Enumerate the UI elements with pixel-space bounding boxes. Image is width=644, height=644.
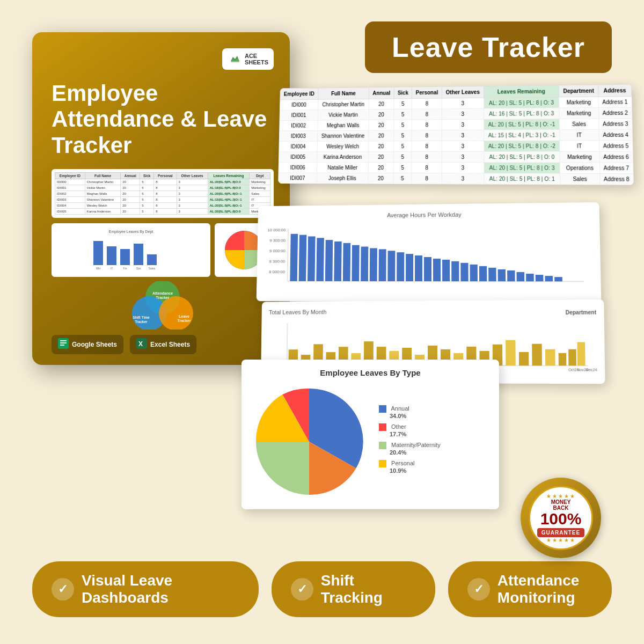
- svg-rect-88: [559, 353, 567, 365]
- svg-rect-2: [93, 241, 103, 265]
- svg-rect-39: [325, 240, 333, 281]
- mini-charts: Employee Leaves By Dept Mkt IT Fin Ops S…: [52, 223, 274, 277]
- svg-rect-25: [60, 345, 64, 346]
- leave-tracker-title: Leave Tracker: [392, 32, 585, 63]
- svg-text:Dec24: Dec24: [586, 368, 597, 371]
- check-icon-attendance: ✓: [467, 578, 490, 601]
- excel-sheets-badge: X Excel Sheets: [130, 335, 196, 354]
- product-title: Employee Attendance & Leave Tracker: [52, 80, 274, 158]
- google-icon: [58, 338, 69, 351]
- guarantee-label: GUARANTEE: [537, 528, 584, 537]
- svg-rect-85: [519, 352, 529, 365]
- pie-label-other: Other 17.7%: [379, 423, 441, 437]
- svg-rect-45: [379, 249, 386, 281]
- bar-chart-svg: 10 000:00 9 300:00 9 000:00 8 300:00 8 0…: [264, 221, 593, 293]
- svg-rect-38: [316, 238, 324, 281]
- svg-rect-35: [290, 234, 298, 281]
- svg-rect-63: [545, 276, 553, 281]
- svg-rect-37: [308, 236, 316, 281]
- google-sheets-badge: Google Sheets: [52, 335, 123, 354]
- svg-rect-54: [460, 263, 468, 281]
- feature-pill-dashboards: ✓ Visual Leave Dashboards: [32, 561, 259, 617]
- svg-rect-42: [352, 245, 359, 281]
- mini-bar-chart: Employee Leaves By Dept Mkt IT Fin Ops S…: [52, 223, 210, 277]
- logo-icon: [228, 52, 243, 67]
- svg-rect-4: [120, 249, 130, 265]
- monthly-chart-title: Total Leaves By Month: [269, 309, 326, 315]
- svg-rect-40: [334, 241, 341, 281]
- screenshots-area: Employee ID Full Name Annual Sick Person…: [241, 86, 628, 472]
- svg-rect-61: [526, 274, 534, 281]
- svg-rect-64: [554, 277, 562, 281]
- pie-chart-title: Employee Leaves By Type: [250, 368, 491, 377]
- svg-text:Sales: Sales: [149, 267, 156, 270]
- svg-rect-47: [397, 252, 404, 281]
- pie-labels: Annual 34.0% Other 17.7% Maternity/Pater…: [379, 405, 441, 478]
- svg-rect-62: [536, 275, 544, 281]
- svg-rect-89: [568, 349, 576, 366]
- svg-rect-90: [577, 342, 586, 365]
- svg-rect-3: [107, 246, 116, 265]
- svg-rect-51: [433, 259, 441, 281]
- pie-svg: [250, 383, 368, 501]
- svg-text:Leave: Leave: [179, 314, 189, 318]
- feature-pill-attendance: ✓ Attendance Monitoring: [448, 561, 612, 617]
- svg-rect-23: [60, 340, 67, 341]
- pie-label-maternity: Maternity/Paternity 20.4%: [379, 442, 441, 456]
- svg-point-15: [159, 296, 193, 330]
- svg-text:8 300:00: 8 300:00: [269, 259, 286, 264]
- svg-rect-43: [361, 247, 368, 281]
- feature-pill-shift: ✓ Shift Tracking: [272, 561, 435, 617]
- svg-text:X: X: [138, 340, 143, 348]
- svg-rect-50: [424, 257, 431, 281]
- venn-diagram: Attendance Tracker Shift Time Tracker Le…: [52, 281, 274, 330]
- excel-sheets-label: Excel Sheets: [150, 341, 190, 348]
- money-back-line1: MONEY: [551, 499, 571, 505]
- svg-rect-86: [532, 344, 542, 366]
- stars: ★★★★★: [546, 493, 576, 499]
- feature-dashboards-label: Visual Leave Dashboards: [82, 572, 239, 606]
- svg-rect-60: [517, 272, 525, 281]
- pie-label-annual: Annual 34.0%: [379, 405, 441, 419]
- svg-rect-53: [451, 261, 459, 281]
- svg-rect-6: [147, 254, 157, 265]
- mini-spreadsheet: Employee IDFull NameAnnualSickPersonalOt…: [52, 169, 274, 218]
- svg-line-65: [287, 323, 288, 365]
- check-icon-shift: ✓: [291, 578, 313, 601]
- money-back-badge: ★★★★★ MONEY BACK 100% GUARANTEE ★★★★★: [521, 478, 601, 558]
- svg-text:Fin: Fin: [123, 267, 127, 270]
- svg-text:Employee Leaves By Dept: Employee Leaves By Dept: [109, 230, 153, 234]
- svg-rect-59: [507, 270, 515, 281]
- excel-icon: X: [136, 338, 147, 351]
- check-icon-dashboards: ✓: [52, 578, 74, 601]
- feature-shift-label: Shift Tracking: [321, 572, 416, 606]
- leave-tracker-badge: Leave Tracker: [365, 21, 612, 73]
- platform-badges: Google Sheets X Excel Sheets: [52, 335, 196, 354]
- svg-text:Shift Time: Shift Time: [133, 316, 150, 319]
- svg-rect-84: [506, 340, 516, 366]
- google-sheets-label: Google Sheets: [72, 341, 117, 348]
- svg-text:9 000:00: 9 000:00: [269, 248, 286, 253]
- svg-rect-41: [343, 243, 350, 281]
- pie-chart-screenshot: Employee Leaves By Type: [241, 360, 499, 509]
- svg-rect-58: [498, 269, 506, 281]
- svg-rect-24: [60, 342, 67, 343]
- department-label: Department: [566, 309, 597, 315]
- money-back-pct: 100%: [540, 511, 582, 527]
- svg-line-28: [288, 229, 289, 281]
- pie-area: Annual 34.0% Other 17.7% Maternity/Pater…: [250, 383, 491, 501]
- svg-text:IT: IT: [111, 267, 113, 270]
- svg-rect-52: [442, 260, 450, 281]
- svg-rect-46: [387, 251, 395, 281]
- svg-text:Tracker: Tracker: [156, 296, 170, 299]
- money-back-outer: ★★★★★ MONEY BACK 100% GUARANTEE ★★★★★: [521, 478, 601, 558]
- bar-chart-screenshot: Average Hours Per Workday 10 000:00 9 30…: [257, 202, 602, 303]
- stars-bottom: ★★★★★: [546, 537, 576, 543]
- money-back-inner: ★★★★★ MONEY BACK 100% GUARANTEE ★★★★★: [529, 486, 593, 550]
- svg-text:Ops: Ops: [136, 267, 141, 270]
- svg-text:Tracker: Tracker: [178, 319, 191, 323]
- svg-text:8 000:00: 8 000:00: [269, 269, 285, 274]
- pie-label-personal: Personal 10.9%: [379, 460, 441, 474]
- logo-text: ACE SHEETS: [245, 53, 268, 65]
- svg-rect-87: [545, 349, 555, 366]
